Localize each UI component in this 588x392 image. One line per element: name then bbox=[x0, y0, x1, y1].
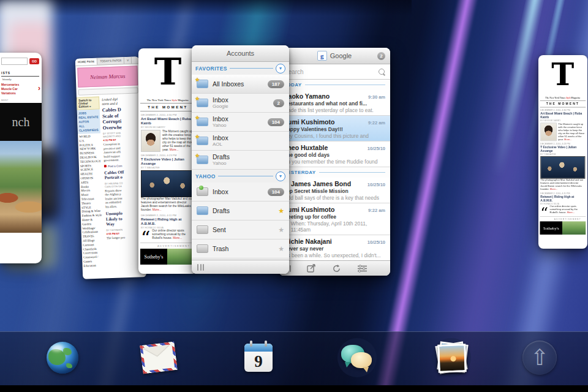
nyt-t-logo: T bbox=[538, 55, 587, 97]
article-byline: By T MAGAZINE bbox=[540, 153, 585, 155]
launcher-icon[interactable]: ⇧ bbox=[522, 341, 557, 375]
article-body: The photographer Max Vadukul and our fea… bbox=[141, 197, 195, 212]
search-icon bbox=[379, 69, 385, 75]
classifieds-links[interactable]: JOBS REAL ESTATE AUTOS ALL CLASSIFIEDS bbox=[77, 110, 100, 134]
go-button[interactable]: GO bbox=[29, 58, 39, 64]
switch-edition-link[interactable]: Switch to Global Edition » bbox=[77, 97, 100, 110]
tab-todays-paper[interactable]: TODAY'S PAPER bbox=[97, 57, 124, 65]
account-row-all-inboxes[interactable]: ★ All Inboxes 187 bbox=[192, 75, 289, 94]
article-title[interactable]: T Exclusive Video | Julian Assange bbox=[540, 146, 585, 153]
more-link[interactable]: More... bbox=[170, 148, 179, 151]
nyt-t-logo: T bbox=[138, 48, 197, 99]
more-link[interactable]: More... bbox=[173, 236, 182, 239]
browser-links[interactable]: Mercenaries Muscle Car Variations bbox=[1, 83, 38, 96]
headline-2[interactable]: Cables Off Portrait o bbox=[104, 169, 143, 181]
trash-icon bbox=[197, 244, 208, 253]
article-title[interactable]: Retweet | Riding High at A.B.M.B. bbox=[141, 217, 195, 225]
favorites-section-header: FAVORITES ▼ bbox=[192, 62, 289, 75]
article-title[interactable]: Art Basel Miami Beach | Ruba Katrib bbox=[141, 117, 195, 125]
more-link[interactable]: More... bbox=[567, 211, 575, 214]
more-link[interactable]: More... bbox=[153, 208, 162, 211]
sync-button[interactable] bbox=[332, 264, 341, 273]
article-title[interactable]: T Exclusive Video | Julian Assange bbox=[141, 157, 195, 165]
folder-row-sent[interactable]: Sent ★ bbox=[192, 221, 289, 239]
card-email-accounts[interactable]: Accounts FAVORITES ▼ ★ All Inboxes 187 ★… bbox=[192, 45, 289, 274]
favorite-star-icon[interactable]: ★ bbox=[278, 226, 284, 234]
account-row-drafts-yahoo[interactable]: ★ DraftsYahoo bbox=[192, 151, 289, 170]
web-browser-icon[interactable] bbox=[45, 341, 80, 375]
article-photo bbox=[141, 170, 195, 197]
pull-quote-icon: “ bbox=[540, 206, 548, 220]
inbox-icon: ★ bbox=[197, 99, 208, 107]
post-comment-link[interactable]: Post a Com bbox=[104, 164, 143, 168]
drag-grip-icon[interactable] bbox=[197, 264, 204, 271]
card-nyt-style-magazine[interactable]: T The New York Times Style Magazine THE … bbox=[138, 48, 197, 274]
email-row[interactable]: James James Bond 10/25/10 Top Secret Mis… bbox=[279, 178, 390, 203]
article-date: DECEMBER 2, 2010, 4:11 PM bbox=[540, 192, 585, 195]
gesture-bar bbox=[0, 385, 588, 392]
article-byline: By KEVIN MCGARRY bbox=[540, 119, 585, 122]
photos-icon[interactable] bbox=[434, 341, 469, 375]
card-browser-partial[interactable]: GO ISTS biously Mercenaries Muscle Car V… bbox=[0, 53, 42, 263]
count-badge: 104 bbox=[268, 118, 284, 126]
drafts-icon bbox=[197, 206, 208, 215]
article-date: DECEMBER 2, 2010, 4:23 PM bbox=[540, 143, 585, 145]
nyt-tab-bar: HOME PAGE TODAY'S PAPER V bbox=[75, 56, 139, 66]
more-link[interactable]: More... bbox=[550, 188, 557, 190]
compose-button[interactable] bbox=[307, 264, 316, 273]
tab-home-page[interactable]: HOME PAGE bbox=[75, 58, 98, 66]
account-row-inbox-yahoo[interactable]: ★ InboxYahoo 104 bbox=[192, 113, 289, 132]
google-card-header: g Google 2 bbox=[279, 48, 390, 64]
drafts-icon: ★ bbox=[197, 156, 208, 164]
card-nyt-homepage[interactable]: HOME PAGE TODAY'S PAPER V Neiman Marcus … bbox=[75, 56, 147, 279]
lead-text: Leaked dipl norm and d bbox=[102, 96, 140, 106]
yesterday-section-header[interactable]: YESTERDAY bbox=[279, 167, 390, 178]
card-google-email[interactable]: g Google 2 Search TODAY Naoko Yamano9:30… bbox=[279, 48, 390, 276]
section-title: THE MOMENT bbox=[140, 104, 195, 111]
article-date: DECEMBER 2, 2010, 4:23 PM bbox=[141, 154, 195, 157]
folder-row-drafts[interactable]: Drafts ★ bbox=[192, 202, 289, 221]
headline-1[interactable]: Cables D Scale of Corrupti Overwhe bbox=[102, 106, 141, 130]
email-icon[interactable] bbox=[141, 341, 176, 375]
yahoo-section-header: YAHOO ▼ bbox=[192, 170, 289, 183]
email-row[interactable]: Sumi Kushimoto9:22 am Meeting up for cof… bbox=[279, 203, 390, 235]
neiman-marcus-ad[interactable]: Neiman Marcus bbox=[77, 66, 138, 87]
card-nyt-style-magazine-right[interactable]: T The New York Times Style Magazine THE … bbox=[538, 55, 587, 249]
sothebys-ad[interactable]: Sotheby's bbox=[140, 249, 195, 265]
all-inboxes-icon: ★ bbox=[197, 80, 208, 88]
inbox-icon: ★ bbox=[197, 137, 208, 145]
calendar-icon[interactable]: 9 bbox=[241, 341, 276, 375]
article-title[interactable]: Retweet | Riding High at A.B.M.B. bbox=[540, 195, 585, 202]
favorite-star-icon[interactable]: ★ bbox=[278, 245, 284, 253]
today-section-header[interactable]: TODAY bbox=[279, 80, 390, 90]
email-row-selected[interactable]: Sumi Kushimoto9:22 am Happy Valentines D… bbox=[279, 116, 390, 141]
collapse-button[interactable]: ▼ bbox=[276, 64, 285, 74]
account-row-inbox-aol[interactable]: ★ InboxAOL bbox=[192, 132, 289, 151]
email-search-field[interactable]: Search bbox=[279, 64, 390, 80]
tab-video[interactable]: V bbox=[124, 57, 132, 64]
email-row[interactable]: Theo Huxtable10/25/10 The good old days … bbox=[279, 141, 390, 167]
count-badge: 104 bbox=[268, 188, 284, 196]
article-byline: By T MAGAZINE bbox=[141, 166, 195, 169]
nyt-search-input[interactable] bbox=[78, 87, 138, 95]
messaging-icon[interactable] bbox=[340, 341, 374, 375]
favorite-star-icon[interactable]: ★ bbox=[278, 207, 284, 215]
article-photo bbox=[540, 156, 585, 179]
email-row[interactable]: Michie Nakajani10/25/10 Never say never … bbox=[279, 235, 390, 261]
folder-row-inbox[interactable]: Inbox 104 bbox=[192, 183, 289, 202]
article-photo bbox=[540, 123, 557, 141]
folder-row-trash[interactable]: Trash ★ bbox=[192, 239, 289, 258]
filter-list-button[interactable] bbox=[357, 265, 368, 273]
chevron-right-icon[interactable]: › bbox=[38, 83, 40, 96]
article-byline: By KEVIN MCGARRY bbox=[141, 126, 195, 129]
email-toolbar bbox=[279, 260, 390, 276]
email-row[interactable]: Naoko Yamano9:30 am Restaurants and what… bbox=[279, 90, 390, 116]
more-link[interactable]: More... bbox=[564, 138, 571, 140]
article-photo bbox=[141, 130, 160, 152]
collapse-button[interactable]: ▼ bbox=[276, 172, 285, 181]
sothebys-ad[interactable]: Sotheby's bbox=[540, 221, 586, 235]
browser-search-input[interactable] bbox=[1, 58, 28, 65]
article-title[interactable]: Art Basel Miami Beach | Ruba Katrib bbox=[540, 112, 585, 119]
count-badge: 2 bbox=[273, 99, 284, 107]
account-row-inbox-google[interactable]: ★ InboxGoogle 2 bbox=[192, 94, 289, 113]
